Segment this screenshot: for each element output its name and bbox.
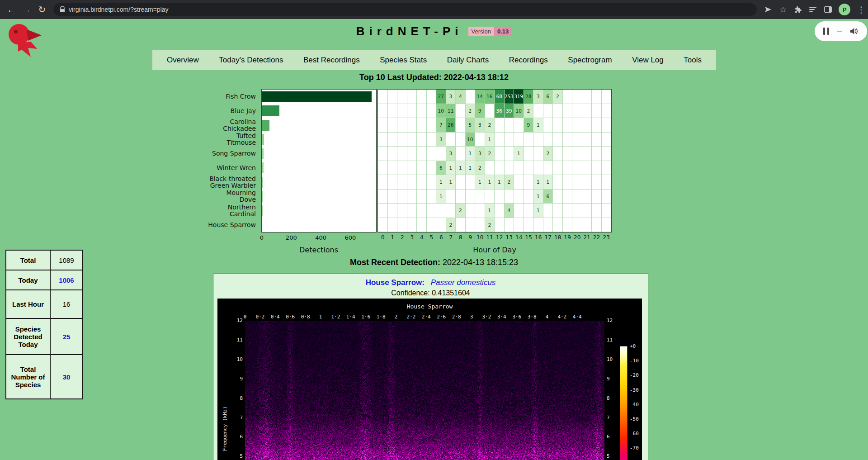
back-button[interactable]: ← bbox=[4, 2, 19, 17]
stat-value-species-today-link[interactable]: 25 bbox=[50, 318, 83, 355]
heatmap-cell: 2 bbox=[543, 147, 553, 161]
send-icon[interactable] bbox=[764, 5, 772, 14]
nav-item-species-stats[interactable]: Species Stats bbox=[380, 56, 427, 65]
heatmap-cell: 1 bbox=[533, 190, 543, 204]
spec-freq-tick: 5 bbox=[240, 453, 243, 459]
bar-xtick-label: 400 bbox=[315, 234, 326, 241]
heatmap-cell: 2 bbox=[446, 218, 456, 232]
detection-scientific-link[interactable]: Passer domesticus bbox=[431, 278, 496, 287]
heatmap-cell bbox=[524, 190, 534, 204]
heatmap-cell bbox=[495, 118, 505, 133]
heatmap-cell bbox=[407, 190, 417, 204]
bar-xtick-label: 200 bbox=[286, 234, 297, 241]
heatmap-cell: 1 bbox=[485, 175, 495, 190]
lock-icon bbox=[60, 6, 65, 13]
spectrogram-title: House Sparrow bbox=[217, 303, 642, 310]
heatmap-cell bbox=[495, 147, 505, 161]
stats-table: Total 1089 Today 1006 Last Hour 16 Speci… bbox=[5, 250, 83, 399]
heatmap-cell: 1 bbox=[466, 161, 476, 175]
spectrogram-colorbar bbox=[620, 346, 627, 460]
heatmap-cell bbox=[572, 90, 582, 104]
spec-freq-tick: 9 bbox=[240, 376, 243, 382]
version-label: Version bbox=[468, 27, 494, 36]
heatmap-cell bbox=[572, 147, 582, 161]
spec-db-tick: -20 bbox=[630, 372, 639, 378]
heatmap-cell bbox=[495, 218, 505, 232]
nav-item-best-recordings[interactable]: Best Recordings bbox=[303, 56, 360, 65]
nav-item-view-log[interactable]: View Log bbox=[632, 56, 664, 65]
spec-time-tick: 0·6 bbox=[286, 314, 295, 320]
heatmap-cell bbox=[378, 175, 388, 190]
heatmap-cell bbox=[602, 118, 612, 133]
chart-axis-ticks: 0200400600012345678910111213141516171819… bbox=[208, 234, 617, 242]
heatmap-cell bbox=[572, 118, 582, 133]
stat-value-total-species-link[interactable]: 30 bbox=[50, 355, 83, 399]
address-bar[interactable]: virginia.birdnetpi.com/?stream=play bbox=[53, 3, 757, 16]
heatmap-cell bbox=[475, 218, 485, 232]
heatmap-cell bbox=[495, 204, 505, 218]
nav-item-daily-charts[interactable]: Daily Charts bbox=[447, 56, 489, 65]
heatmap-cell bbox=[524, 147, 534, 161]
species-label: Fish Crow bbox=[208, 90, 256, 104]
volume-icon[interactable] bbox=[849, 27, 859, 36]
spec-time-tick: 3·4 bbox=[497, 314, 506, 320]
side-panel-icon[interactable] bbox=[824, 5, 832, 14]
nav-item-tools[interactable]: Tools bbox=[684, 56, 702, 65]
nav-item-recordings[interactable]: Recordings bbox=[509, 56, 548, 65]
spec-db-tick: -40 bbox=[630, 402, 639, 408]
heatmap-cell: 3 bbox=[475, 147, 485, 161]
heatmap-cell bbox=[572, 204, 582, 218]
hour-tick-label: 3 bbox=[410, 234, 414, 241]
heatmap-cell bbox=[582, 90, 592, 104]
audio-timeline[interactable] bbox=[837, 31, 842, 32]
heatmap-cell bbox=[563, 90, 573, 104]
hour-tick-label: 13 bbox=[506, 234, 513, 241]
nav-item-todays-detections[interactable]: Today's Detections bbox=[219, 56, 283, 65]
stat-value-today-link[interactable]: 1006 bbox=[50, 270, 83, 290]
heatmap-cell: 16 bbox=[485, 90, 495, 104]
detection-species-link[interactable]: House Sparrow: bbox=[366, 278, 425, 287]
reading-list-icon[interactable] bbox=[809, 5, 817, 14]
stats-row-total-species: Total Number of Species 30 bbox=[6, 355, 83, 399]
heatmap-cell bbox=[543, 218, 553, 232]
heatmap-cell: 3 bbox=[446, 90, 456, 104]
heatmap-cell bbox=[436, 218, 446, 232]
bookmark-star-icon[interactable]: ☆ bbox=[779, 5, 787, 14]
hour-tick-label: 19 bbox=[564, 234, 571, 241]
heatmap-cell bbox=[427, 90, 437, 104]
extensions-puzzle-icon[interactable] bbox=[794, 5, 802, 14]
heatmap-cell bbox=[485, 161, 495, 175]
heatmap-cell bbox=[456, 147, 466, 161]
heatmap-cell bbox=[456, 133, 466, 147]
heatmap-cell bbox=[524, 161, 534, 175]
menu-kebab-icon[interactable]: ⋮ bbox=[857, 5, 865, 14]
profile-avatar[interactable]: P bbox=[839, 4, 850, 15]
heatmap-cell: 28 bbox=[524, 90, 534, 104]
heatmap-cell bbox=[582, 204, 592, 218]
stat-label: Today bbox=[6, 270, 50, 290]
audio-player[interactable] bbox=[815, 21, 867, 41]
pause-button[interactable] bbox=[823, 28, 829, 35]
stat-value: 16 bbox=[50, 290, 83, 318]
spectrogram-ylabel: Frequency (kHz) bbox=[222, 406, 228, 451]
heatmap-cell: 7 bbox=[436, 118, 446, 133]
spec-db-tick: +0 bbox=[630, 343, 636, 349]
bar-xaxis-label: Detections bbox=[299, 246, 338, 254]
bar-xtick-label: 0 bbox=[260, 234, 264, 241]
nav-item-spectrogram[interactable]: Spectrogram bbox=[568, 56, 612, 65]
heatmap-cell: 9 bbox=[524, 118, 534, 133]
detections-bar bbox=[262, 91, 372, 102]
heatmap-cell bbox=[436, 147, 446, 161]
heatmap-cell: 68 bbox=[495, 90, 505, 104]
heatmap-cell bbox=[533, 133, 543, 147]
heatmap-cell bbox=[388, 133, 398, 147]
reload-button[interactable]: ↻ bbox=[34, 2, 50, 17]
heatmap-cell bbox=[388, 204, 398, 218]
spec-time-tick: 0 bbox=[244, 314, 247, 320]
detections-bar bbox=[262, 120, 269, 131]
spec-db-tick: -60 bbox=[630, 431, 639, 436]
heatmap-cell bbox=[388, 104, 398, 119]
nav-item-overview[interactable]: Overview bbox=[167, 56, 199, 65]
heatmap-cell bbox=[388, 90, 398, 104]
forward-button[interactable]: → bbox=[19, 2, 34, 17]
